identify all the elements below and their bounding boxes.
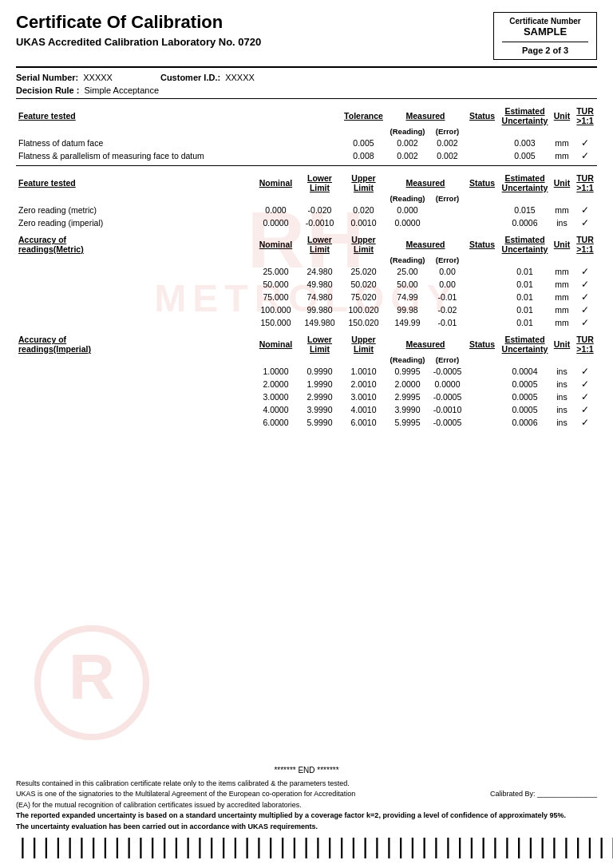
uncertainty-cell: 0.005 — [499, 149, 551, 162]
s4-col-tur: TUR >1:1 — [573, 334, 597, 355]
uncertainty-cell: 0.0005 — [499, 378, 551, 390]
divider-2 — [16, 165, 597, 166]
reading-cell: 99.98 — [386, 303, 429, 316]
footer-text: Results contained in this calibration ce… — [16, 779, 597, 833]
unit-cell: mm — [551, 265, 573, 278]
nominal-cell: 2.0000 — [254, 378, 298, 390]
section1-table: Feature tested Tolerance Measured Status… — [16, 105, 597, 162]
nominal-cell: 4.0000 — [254, 403, 298, 416]
reading-cell: 149.99 — [386, 316, 429, 329]
error-cell: -0.01 — [429, 291, 465, 303]
serial-label: Serial Number: — [16, 73, 78, 82]
uncertainty-cell: 0.01 — [499, 291, 551, 303]
footer-line5: The uncertainty evaluation has been carr… — [16, 822, 597, 833]
unit-cell: mm — [551, 149, 573, 162]
s4-col-feature: Accuracy ofreadings(Imperial) — [16, 334, 254, 355]
status-cell — [465, 390, 499, 403]
feature-cell — [16, 390, 254, 403]
uncertainty-cell: 0.0005 — [499, 403, 551, 416]
reading-cell: 0.0000 — [386, 216, 429, 229]
feature-cell: Zero reading (imperial) — [16, 216, 254, 229]
s1-reading-sub: (Reading) — [386, 126, 429, 137]
status-cell — [465, 303, 499, 316]
table-row: 50.000 49.980 50.020 50.00 0.00 0.01 mm … — [16, 278, 597, 291]
page: RH METROLOGY R Certificate Of Calibratio… — [0, 0, 613, 868]
svg-text:R: R — [69, 641, 115, 712]
customer-label: Customer I.D.: — [160, 73, 220, 82]
reading-cell: 0.002 — [386, 149, 429, 162]
s3-error-sub: (Error) — [429, 255, 465, 265]
s2-col-measured: Measured — [386, 172, 465, 193]
nominal-cell: 25.000 — [254, 265, 298, 278]
s3-col-estimated: Estimated Uncertainty — [499, 234, 551, 255]
upper-cell: 1.0010 — [342, 365, 386, 378]
decision-value: Simple Acceptance — [84, 85, 159, 95]
s4-col-estimated: Estimated Uncertainty — [499, 334, 551, 355]
tur-cell: ✓ — [573, 416, 597, 429]
serial-info: Serial Number: XXXXX — [16, 73, 113, 82]
uncertainty-cell: 0.0006 — [499, 416, 551, 429]
tur-cell: ✓ — [573, 149, 597, 162]
status-cell — [465, 149, 499, 162]
table-row: Zero reading (imperial) 0.0000 -0.0010 0… — [16, 216, 597, 229]
s2-col-nominal: Nominal — [254, 172, 298, 193]
s3-col-upper: Upper Limit — [342, 234, 386, 255]
s3-col-status: Status — [465, 234, 499, 255]
serial-value: XXXXX — [83, 73, 113, 82]
unit-cell: ins — [551, 416, 573, 429]
s3-col-tur: TUR >1:1 — [573, 234, 597, 255]
upper-cell: 0.0010 — [342, 216, 386, 229]
upper-cell: 2.0010 — [342, 378, 386, 390]
lower-cell: -0.020 — [298, 204, 342, 216]
feature-cell — [16, 278, 254, 291]
s4-col-nominal: Nominal — [254, 334, 298, 355]
decision-row: Decision Rule : Simple Acceptance — [16, 85, 597, 95]
header-left: Certificate Of Calibration UKAS Accredit… — [16, 12, 261, 48]
nominal-cell: 150.000 — [254, 316, 298, 329]
upper-cell: 50.020 — [342, 278, 386, 291]
lower-cell: 1.9990 — [298, 378, 342, 390]
tur-cell: ✓ — [573, 365, 597, 378]
s2-error-sub: (Error) — [429, 193, 465, 204]
footer-line3: (EA) for the mutual recognition of calib… — [16, 800, 355, 811]
nominal-cell: 6.0000 — [254, 416, 298, 429]
error-cell: -0.0005 — [429, 365, 465, 378]
section1: Feature tested Tolerance Measured Status… — [16, 105, 597, 162]
s3-col-lower: Lower Limit — [298, 234, 342, 255]
section2-table: Feature tested Nominal Lower Limit Upper… — [16, 172, 597, 229]
tur-cell: ✓ — [573, 265, 597, 278]
reading-cell: 74.99 — [386, 291, 429, 303]
section2-body: Zero reading (metric) 0.000 -0.020 0.020… — [16, 204, 597, 229]
s3-col-measured: Measured — [386, 234, 465, 255]
s4-col-measured: Measured — [386, 334, 465, 355]
feature-cell — [16, 378, 254, 390]
s2-col-status: Status — [465, 172, 499, 193]
divider-1 — [16, 98, 597, 99]
upper-cell: 0.020 — [342, 204, 386, 216]
status-cell — [465, 265, 499, 278]
s2-upper-label: Upper Limit — [351, 173, 375, 192]
lower-cell: 49.980 — [298, 278, 342, 291]
unit-cell: mm — [551, 291, 573, 303]
s2-subheader: (Reading) (Error) — [16, 193, 597, 204]
table-row: 1.0000 0.9990 1.0010 0.9995 -0.0005 0.00… — [16, 365, 597, 378]
nominal-cell: 0.000 — [254, 204, 298, 216]
error-cell — [429, 204, 465, 216]
uncertainty-cell: 0.01 — [499, 316, 551, 329]
error-cell: 0.002 — [429, 149, 465, 162]
lower-cell: 3.9990 — [298, 403, 342, 416]
section2-header: Feature tested Nominal Lower Limit Upper… — [16, 172, 597, 193]
uncertainty-cell: 0.01 — [499, 278, 551, 291]
unit-cell: mm — [551, 316, 573, 329]
feature-cell: Flatness of datum face — [16, 137, 342, 149]
section4-table: Accuracy ofreadings(Imperial) Nominal Lo… — [16, 334, 597, 429]
status-cell — [465, 204, 499, 216]
reading-cell: 2.0000 — [386, 378, 429, 390]
status-cell — [465, 278, 499, 291]
table-row: 3.0000 2.9990 3.0010 2.9995 -0.0005 0.00… — [16, 390, 597, 403]
lower-cell: -0.0010 — [298, 216, 342, 229]
error-cell — [429, 216, 465, 229]
uncertainty-cell: 0.01 — [499, 265, 551, 278]
reading-cell: 2.9995 — [386, 390, 429, 403]
uncertainty-cell: 0.003 — [499, 137, 551, 149]
